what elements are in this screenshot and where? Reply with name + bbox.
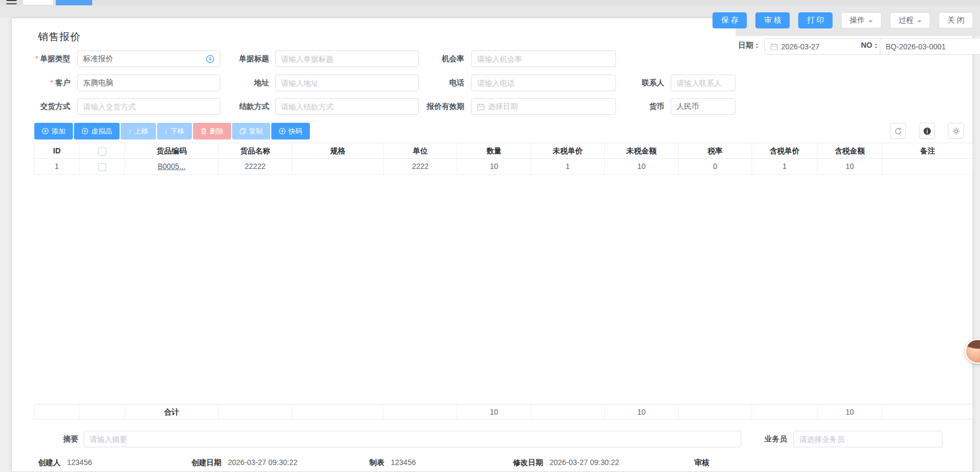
close-button[interactable]: 关 闭	[939, 12, 973, 28]
items-table-header: ID 货品编码 货品名称 规格 单位 数量 未税单价 未税金额 税率 含税单价 …	[34, 143, 974, 159]
cell-qty[interactable]: 10	[457, 159, 531, 175]
cell-price-incl-tax[interactable]: 1	[752, 159, 818, 175]
summary-input[interactable]	[84, 431, 741, 447]
delete-row-button[interactable]: 删除	[193, 123, 231, 139]
creator-label: 创建人	[38, 458, 61, 467]
created-date-value: 2026-03-27 09:30:22	[228, 458, 298, 467]
chance-rate-input[interactable]	[471, 50, 616, 67]
modified-date-field: 修改日期2026-03-27 09:30:22	[513, 458, 619, 468]
cell-remark[interactable]	[882, 159, 974, 175]
info-icon	[923, 127, 931, 135]
maker-label: 制表	[369, 458, 384, 467]
select-all-checkbox[interactable]	[98, 148, 106, 156]
phone-label: 电话	[384, 75, 464, 91]
cell-unit[interactable]: 2222	[384, 159, 457, 175]
refresh-button[interactable]	[890, 123, 906, 139]
valid-until-label: 报价有效期	[384, 98, 464, 115]
salesman-input[interactable]	[793, 431, 942, 447]
action-buttons: 保 存 审 核 打 印 操作 过程 关 闭	[712, 12, 973, 28]
creator-field: 创建人123456	[38, 458, 92, 468]
col-item-code: 货品编码	[125, 143, 219, 159]
item-code-link[interactable]: B0005...	[158, 162, 185, 171]
save-button[interactable]: 保 存	[712, 12, 747, 28]
col-remark: 备注	[882, 143, 974, 159]
copy-icon	[240, 128, 246, 135]
maker-value: 123456	[391, 458, 416, 467]
doc-title-label: 单据标题	[183, 50, 269, 67]
no-input[interactable]: BQ-2026-03-0001	[880, 38, 980, 55]
col-qty: 数量	[457, 143, 531, 159]
currency-input[interactable]	[671, 98, 736, 115]
calendar-icon	[477, 103, 485, 110]
cell-price-excl-tax[interactable]: 1	[531, 159, 605, 175]
page-title: 销售报价	[38, 30, 81, 44]
address-label: 地址	[183, 75, 269, 91]
chevron-down-icon	[868, 20, 873, 25]
table-total-row: 合计 10 10 10	[34, 404, 974, 419]
modified-date-value: 2026-03-27 09:30:22	[550, 458, 619, 467]
cell-amount-excl-tax: 10	[605, 159, 679, 175]
col-select	[79, 143, 125, 159]
copy-row-button[interactable]: 复制	[232, 123, 270, 139]
move-up-button[interactable]: ↑上移	[121, 123, 156, 139]
info-button[interactable]	[919, 123, 935, 139]
audit-label: 审核	[694, 458, 709, 467]
tab-home[interactable]: 主页	[23, 0, 54, 5]
total-amount-excl-tax: 10	[605, 404, 679, 419]
print-button[interactable]: 打 印	[798, 12, 833, 28]
cell-amount-incl-tax: 10	[818, 159, 882, 175]
cell-tax-rate[interactable]: 0	[679, 159, 752, 175]
contact-input[interactable]	[671, 75, 736, 91]
tab-quotation[interactable]: 报价单 ×	[56, 0, 92, 5]
no-value: BQ-2026-03-0001	[886, 42, 946, 51]
operation-dropdown-button[interactable]: 操作	[841, 12, 881, 28]
table-tool-icons	[890, 123, 964, 139]
arrow-up-icon: ↑	[128, 127, 132, 135]
table-row: 1 B0005... 22222 2222 10 1 10 0 1 10	[34, 159, 974, 175]
date-label: 日期：	[737, 41, 761, 50]
customer-label: 客户	[19, 75, 70, 91]
plus-circle-icon	[279, 128, 286, 135]
salesman-label: 业务员	[754, 431, 787, 447]
delivery-method-label: 交货方式	[19, 98, 70, 115]
tab-home-label: 主页	[32, 0, 44, 1]
add-row-button[interactable]: 添加	[34, 123, 73, 139]
process-dropdown-button[interactable]: 过程	[890, 12, 930, 28]
cell-item-name[interactable]: 22222	[219, 159, 292, 175]
doc-type-label: 单据类型	[19, 50, 70, 67]
total-label: 合计	[125, 404, 219, 419]
add-virtual-item-button[interactable]: 虚拟品	[74, 123, 120, 139]
tab-quotation-label: 报价单	[64, 0, 83, 1]
created-date-label: 创建日期	[191, 458, 221, 467]
summary-label: 摘要	[51, 431, 78, 447]
payment-method-label: 结款方式	[183, 98, 269, 115]
chevron-down-icon	[917, 20, 922, 25]
valid-until-date-input[interactable]: 选择日期	[471, 98, 616, 115]
audit-button[interactable]: 审 核	[755, 12, 790, 28]
col-unit: 单位	[384, 143, 457, 159]
plus-circle-icon	[42, 128, 49, 135]
chance-rate-label: 机会率	[384, 50, 464, 67]
move-down-button[interactable]: ↓下移	[157, 123, 192, 139]
phone-input[interactable]	[471, 75, 616, 91]
valid-until-placeholder: 选择日期	[488, 102, 518, 112]
date-value: 2026-03-27	[781, 42, 820, 51]
no-label: NO：	[861, 41, 880, 50]
currency-label: 货币	[600, 98, 664, 115]
gear-icon	[952, 127, 960, 135]
line-items-toolbar: 添加 虚拟品 ↑上移 ↓下移 删除 复制 快码	[34, 123, 310, 139]
col-amount-incl-tax: 含税金额	[818, 143, 882, 159]
quotation-form-card: 销售报价 日期： 2026-03-27 NO： BQ-2026-03-0001 …	[11, 18, 973, 472]
cell-spec[interactable]	[292, 159, 384, 175]
creator-value: 123456	[67, 458, 92, 467]
plus-circle-icon	[81, 128, 88, 135]
hamburger-menu-icon[interactable]	[6, 0, 17, 5]
col-amount-excl-tax: 未税金额	[605, 143, 679, 159]
doc-type-value: 标准报价	[83, 54, 113, 64]
row-checkbox[interactable]	[98, 163, 106, 171]
total-amount-incl-tax: 10	[818, 404, 882, 419]
quick-code-button[interactable]: 快码	[271, 123, 310, 139]
settings-button[interactable]	[948, 123, 964, 139]
audit-field: 审核	[694, 458, 716, 468]
col-tax-rate: 税率	[679, 143, 752, 159]
